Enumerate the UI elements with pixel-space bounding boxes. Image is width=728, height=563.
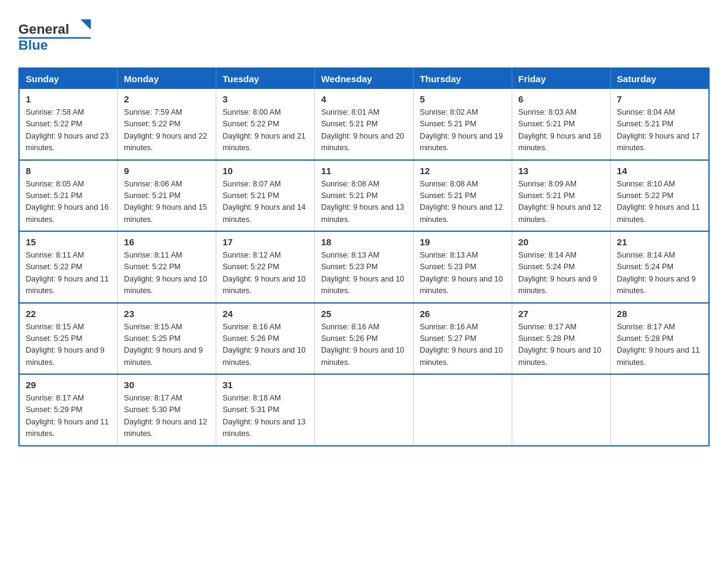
calendar-day-cell: 5Sunrise: 8:02 AMSunset: 5:21 PMDaylight… xyxy=(413,89,512,160)
calendar-day-cell: 19Sunrise: 8:13 AMSunset: 5:23 PMDayligh… xyxy=(413,231,512,303)
calendar-day-cell: 3Sunrise: 8:00 AMSunset: 5:22 PMDaylight… xyxy=(216,89,315,160)
day-info: Sunrise: 8:12 AMSunset: 5:22 PMDaylight:… xyxy=(222,250,308,297)
day-info: Sunrise: 8:02 AMSunset: 5:21 PMDaylight:… xyxy=(420,107,506,155)
day-info: Sunrise: 8:13 AMSunset: 5:23 PMDaylight:… xyxy=(321,250,407,297)
calendar-header-row: SundayMondayTuesdayWednesdayThursdayFrid… xyxy=(19,68,709,89)
day-info: Sunrise: 8:00 AMSunset: 5:22 PMDaylight:… xyxy=(222,107,308,155)
calendar-week-row: 29Sunrise: 8:17 AMSunset: 5:29 PMDayligh… xyxy=(19,374,709,446)
day-of-week-header: Saturday xyxy=(610,68,709,89)
calendar-day-cell: 8Sunrise: 8:05 AMSunset: 5:21 PMDaylight… xyxy=(19,160,118,232)
day-number: 12 xyxy=(420,166,506,176)
day-number: 31 xyxy=(222,380,308,390)
day-number: 19 xyxy=(420,237,506,247)
day-info: Sunrise: 7:59 AMSunset: 5:22 PMDaylight:… xyxy=(124,107,210,155)
day-info: Sunrise: 8:15 AMSunset: 5:25 PMDaylight:… xyxy=(124,321,210,369)
day-info: Sunrise: 8:09 AMSunset: 5:21 PMDaylight:… xyxy=(518,178,604,226)
calendar-day-cell: 23Sunrise: 8:15 AMSunset: 5:25 PMDayligh… xyxy=(118,303,216,375)
day-info: Sunrise: 8:10 AMSunset: 5:22 PMDaylight:… xyxy=(617,178,702,226)
calendar-day-cell: 20Sunrise: 8:14 AMSunset: 5:24 PMDayligh… xyxy=(512,231,610,303)
calendar-day-cell: 16Sunrise: 8:11 AMSunset: 5:22 PMDayligh… xyxy=(118,231,216,303)
day-number: 1 xyxy=(26,94,111,104)
calendar-day-cell: 30Sunrise: 8:17 AMSunset: 5:30 PMDayligh… xyxy=(118,374,216,446)
calendar-day-cell: 11Sunrise: 8:08 AMSunset: 5:21 PMDayligh… xyxy=(315,160,414,232)
day-number: 25 xyxy=(321,308,407,319)
svg-text:Blue: Blue xyxy=(18,37,48,53)
day-number: 5 xyxy=(420,94,506,104)
day-info: Sunrise: 8:14 AMSunset: 5:24 PMDaylight:… xyxy=(518,250,604,297)
day-of-week-header: Monday xyxy=(118,68,216,89)
calendar-day-cell: 27Sunrise: 8:17 AMSunset: 5:28 PMDayligh… xyxy=(512,303,610,375)
day-number: 8 xyxy=(26,166,111,176)
calendar-week-row: 1Sunrise: 7:58 AMSunset: 5:22 PMDaylight… xyxy=(19,89,709,160)
calendar-week-row: 15Sunrise: 8:11 AMSunset: 5:22 PMDayligh… xyxy=(19,231,709,303)
svg-text:General: General xyxy=(18,21,69,37)
calendar-day-cell: 1Sunrise: 7:58 AMSunset: 5:22 PMDaylight… xyxy=(19,89,118,160)
day-info: Sunrise: 8:16 AMSunset: 5:27 PMDaylight:… xyxy=(420,321,506,369)
day-of-week-header: Sunday xyxy=(19,68,118,89)
day-number: 6 xyxy=(518,94,604,104)
day-number: 11 xyxy=(321,166,407,176)
calendar-day-cell: 17Sunrise: 8:12 AMSunset: 5:22 PMDayligh… xyxy=(216,231,315,303)
calendar-day-cell: 13Sunrise: 8:09 AMSunset: 5:21 PMDayligh… xyxy=(512,160,610,232)
day-number: 28 xyxy=(617,308,702,319)
day-number: 29 xyxy=(26,380,111,390)
calendar-day-cell: 12Sunrise: 8:08 AMSunset: 5:21 PMDayligh… xyxy=(413,160,512,232)
day-of-week-header: Wednesday xyxy=(315,68,414,89)
calendar-day-cell: 25Sunrise: 8:16 AMSunset: 5:26 PMDayligh… xyxy=(315,303,414,375)
day-number: 16 xyxy=(124,237,210,247)
day-info: Sunrise: 8:04 AMSunset: 5:21 PMDaylight:… xyxy=(617,107,702,155)
day-info: Sunrise: 8:17 AMSunset: 5:28 PMDaylight:… xyxy=(617,321,702,369)
day-number: 7 xyxy=(617,94,702,104)
day-number: 4 xyxy=(321,94,407,104)
day-info: Sunrise: 8:05 AMSunset: 5:21 PMDaylight:… xyxy=(26,178,111,226)
day-info: Sunrise: 8:17 AMSunset: 5:30 PMDaylight:… xyxy=(124,393,210,440)
day-info: Sunrise: 8:01 AMSunset: 5:21 PMDaylight:… xyxy=(321,107,407,155)
day-info: Sunrise: 8:14 AMSunset: 5:24 PMDaylight:… xyxy=(617,250,702,297)
calendar-body: 1Sunrise: 7:58 AMSunset: 5:22 PMDaylight… xyxy=(19,89,709,446)
calendar-day-cell: 9Sunrise: 8:06 AMSunset: 5:21 PMDaylight… xyxy=(118,160,216,232)
day-info: Sunrise: 8:08 AMSunset: 5:21 PMDaylight:… xyxy=(420,178,506,226)
day-number: 20 xyxy=(518,237,604,247)
calendar-table: SundayMondayTuesdayWednesdayThursdayFrid… xyxy=(18,67,710,446)
day-number: 15 xyxy=(26,237,111,247)
calendar-day-cell xyxy=(315,374,414,446)
calendar-day-cell: 21Sunrise: 8:14 AMSunset: 5:24 PMDayligh… xyxy=(610,231,709,303)
day-number: 13 xyxy=(518,166,604,176)
day-number: 18 xyxy=(321,237,407,247)
day-info: Sunrise: 7:58 AMSunset: 5:22 PMDaylight:… xyxy=(26,107,111,155)
calendar-day-cell: 2Sunrise: 7:59 AMSunset: 5:22 PMDaylight… xyxy=(118,89,216,160)
calendar-day-cell: 18Sunrise: 8:13 AMSunset: 5:23 PMDayligh… xyxy=(315,231,414,303)
calendar-day-cell: 7Sunrise: 8:04 AMSunset: 5:21 PMDaylight… xyxy=(610,89,709,160)
day-info: Sunrise: 8:07 AMSunset: 5:21 PMDaylight:… xyxy=(222,178,308,226)
calendar-day-cell: 29Sunrise: 8:17 AMSunset: 5:29 PMDayligh… xyxy=(19,374,118,446)
day-number: 27 xyxy=(518,308,604,319)
calendar-week-row: 22Sunrise: 8:15 AMSunset: 5:25 PMDayligh… xyxy=(19,303,709,375)
day-info: Sunrise: 8:16 AMSunset: 5:26 PMDaylight:… xyxy=(222,321,308,369)
calendar-day-cell: 24Sunrise: 8:16 AMSunset: 5:26 PMDayligh… xyxy=(216,303,315,375)
day-info: Sunrise: 8:13 AMSunset: 5:23 PMDaylight:… xyxy=(420,250,506,297)
day-number: 22 xyxy=(26,308,111,319)
svg-marker-1 xyxy=(80,19,91,29)
day-number: 23 xyxy=(124,308,210,319)
page-header: General Blue xyxy=(18,12,710,55)
day-number: 2 xyxy=(124,94,210,104)
day-info: Sunrise: 8:18 AMSunset: 5:31 PMDaylight:… xyxy=(222,393,308,440)
calendar-day-cell xyxy=(413,374,512,446)
calendar-week-row: 8Sunrise: 8:05 AMSunset: 5:21 PMDaylight… xyxy=(19,160,709,232)
calendar-day-cell xyxy=(512,374,610,446)
day-info: Sunrise: 8:17 AMSunset: 5:29 PMDaylight:… xyxy=(26,393,111,440)
day-info: Sunrise: 8:11 AMSunset: 5:22 PMDaylight:… xyxy=(26,250,111,297)
day-info: Sunrise: 8:15 AMSunset: 5:25 PMDaylight:… xyxy=(26,321,111,369)
calendar-day-cell: 10Sunrise: 8:07 AMSunset: 5:21 PMDayligh… xyxy=(216,160,315,232)
day-info: Sunrise: 8:06 AMSunset: 5:21 PMDaylight:… xyxy=(124,178,210,226)
day-number: 24 xyxy=(222,308,308,319)
day-info: Sunrise: 8:03 AMSunset: 5:21 PMDaylight:… xyxy=(518,107,604,155)
logo: General Blue xyxy=(18,12,92,55)
calendar-day-cell xyxy=(610,374,709,446)
day-number: 14 xyxy=(617,166,702,176)
day-of-week-header: Tuesday xyxy=(216,68,315,89)
day-number: 26 xyxy=(420,308,506,319)
calendar-day-cell: 6Sunrise: 8:03 AMSunset: 5:21 PMDaylight… xyxy=(512,89,610,160)
day-number: 9 xyxy=(124,166,210,176)
calendar-day-cell: 28Sunrise: 8:17 AMSunset: 5:28 PMDayligh… xyxy=(610,303,709,375)
